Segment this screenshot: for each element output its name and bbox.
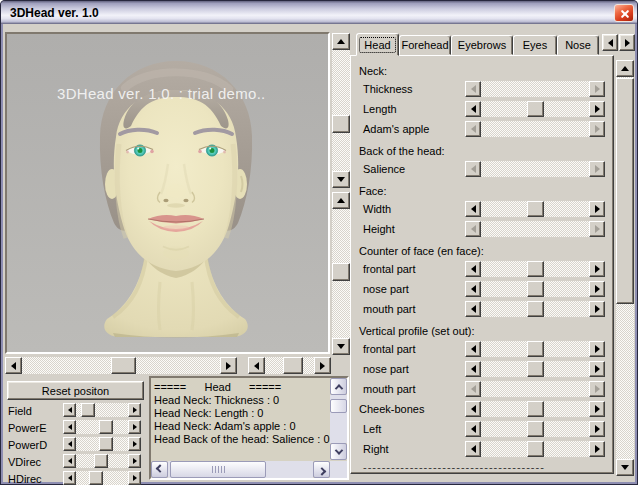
slider-thumb[interactable] <box>81 403 95 417</box>
slider-left-button[interactable] <box>465 301 481 317</box>
scroll-track[interactable] <box>330 395 347 443</box>
field-slider[interactable] <box>63 403 141 417</box>
slider-thumb[interactable] <box>527 201 544 217</box>
slider-track[interactable] <box>481 301 589 317</box>
panel-vscroll[interactable] <box>616 60 634 476</box>
scroll-up-button[interactable] <box>332 192 350 209</box>
slider-left-button[interactable] <box>465 341 481 357</box>
slider-track[interactable] <box>76 471 128 485</box>
scroll-track[interactable] <box>616 77 634 459</box>
scroll-thumb[interactable] <box>111 357 136 374</box>
cf-frontal-part-slider[interactable] <box>465 261 605 277</box>
scroll-track[interactable] <box>22 357 220 374</box>
slider-thumb[interactable] <box>527 281 544 297</box>
slider-track[interactable] <box>481 101 589 117</box>
slider-right-button[interactable] <box>589 301 605 317</box>
tab-scroll-left-button[interactable] <box>602 34 618 51</box>
scroll-left-button[interactable] <box>5 357 22 374</box>
slider-left-button[interactable] <box>63 437 76 451</box>
slider-right-button[interactable] <box>589 401 605 417</box>
log-vscroll[interactable] <box>330 378 347 460</box>
tab-forehead[interactable]: Forehead <box>399 35 451 55</box>
slider-left-button[interactable] <box>465 281 481 297</box>
slider-track[interactable] <box>481 421 589 437</box>
close-button[interactable] <box>614 4 634 22</box>
slider-left-button[interactable] <box>465 101 481 117</box>
slider-track[interactable] <box>481 401 589 417</box>
slider-right-button[interactable] <box>128 420 141 434</box>
slider-right-button[interactable] <box>589 201 605 217</box>
slider-left-button[interactable] <box>465 421 481 437</box>
scroll-right-button[interactable] <box>220 357 237 374</box>
slider-track[interactable] <box>481 281 589 297</box>
slider-left-button[interactable] <box>465 441 481 457</box>
scroll-right-button[interactable] <box>313 461 330 478</box>
length-slider[interactable] <box>465 101 605 117</box>
slider-thumb[interactable] <box>527 101 544 117</box>
scroll-thumb[interactable] <box>330 399 347 413</box>
slider-right-button[interactable] <box>589 281 605 297</box>
slider-thumb[interactable] <box>527 441 544 457</box>
scroll-up-button[interactable] <box>332 33 350 50</box>
slider-right-button[interactable] <box>128 403 141 417</box>
scroll-down-button[interactable] <box>332 338 350 355</box>
slider-thumb[interactable] <box>527 361 544 377</box>
slider-track[interactable] <box>481 341 589 357</box>
slider-track[interactable] <box>76 420 128 434</box>
slider-left-button[interactable] <box>63 403 76 417</box>
slider-left-button[interactable] <box>465 361 481 377</box>
slider-right-button[interactable] <box>589 101 605 117</box>
slider-right-button[interactable] <box>128 437 141 451</box>
scroll-down-button[interactable] <box>332 171 350 188</box>
scroll-down-button[interactable] <box>330 443 347 460</box>
slider-left-button[interactable] <box>465 261 481 277</box>
width-slider[interactable] <box>465 201 605 217</box>
cheek-right-slider[interactable] <box>465 441 605 457</box>
slider-thumb[interactable] <box>89 471 103 485</box>
slider-right-button[interactable] <box>589 261 605 277</box>
slider-left-button[interactable] <box>63 420 76 434</box>
slider-thumb[interactable] <box>94 454 108 468</box>
slider-thumb[interactable] <box>527 301 544 317</box>
vp-frontal-part-slider[interactable] <box>465 341 605 357</box>
slider-track[interactable] <box>76 437 128 451</box>
slider-left-button[interactable] <box>63 454 76 468</box>
slider-track[interactable] <box>76 403 128 417</box>
scroll-left-button[interactable] <box>248 357 265 374</box>
slider-left-button[interactable] <box>63 471 76 485</box>
slider-thumb[interactable] <box>99 420 113 434</box>
slider-left-button[interactable] <box>465 201 481 217</box>
slider-thumb[interactable] <box>527 261 544 277</box>
scroll-track[interactable] <box>265 357 314 374</box>
scroll-thumb[interactable] <box>332 115 350 133</box>
slider-right-button[interactable] <box>128 454 141 468</box>
slider-right-button[interactable] <box>128 471 141 485</box>
scroll-thumb[interactable] <box>616 78 634 304</box>
scroll-down-button[interactable] <box>616 459 634 476</box>
vdirec-slider[interactable] <box>63 454 141 468</box>
slider-right-button[interactable] <box>589 341 605 357</box>
scroll-thumb[interactable] <box>283 357 303 374</box>
scroll-track[interactable] <box>332 209 350 338</box>
slider-right-button[interactable] <box>589 441 605 457</box>
cheek-left-slider[interactable] <box>465 421 605 437</box>
slider-track[interactable] <box>481 441 589 457</box>
tab-head[interactable]: Head <box>356 33 399 56</box>
slider-track[interactable] <box>76 454 128 468</box>
slider-thumb[interactable] <box>527 401 544 417</box>
view-hscroll-2[interactable] <box>248 357 331 374</box>
view-vscroll-2[interactable] <box>332 192 350 355</box>
scroll-up-button[interactable] <box>330 378 347 395</box>
view-vscroll-1[interactable] <box>332 33 350 188</box>
scroll-right-button[interactable] <box>314 357 331 374</box>
powerd-slider[interactable] <box>63 437 141 451</box>
scroll-thumb[interactable] <box>170 461 266 478</box>
viewport-3d[interactable]: 3DHead ver. 1.0. : trial demo.. <box>5 32 330 354</box>
powere-slider[interactable] <box>63 420 141 434</box>
log-hscroll[interactable] <box>151 461 330 478</box>
slider-right-button[interactable] <box>589 421 605 437</box>
slider-track[interactable] <box>481 201 589 217</box>
cf-mouth-part-slider[interactable] <box>465 301 605 317</box>
slider-thumb[interactable] <box>99 437 113 451</box>
slider-track[interactable] <box>481 361 589 377</box>
